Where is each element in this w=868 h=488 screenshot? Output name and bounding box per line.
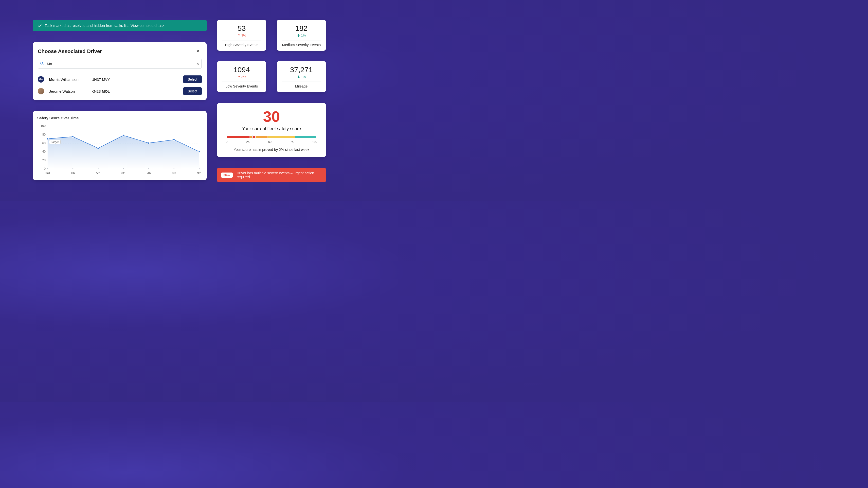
tile-value: 37,271 xyxy=(281,66,322,74)
chart-area: 0204060801003rd4th5th6th7th8th9th xyxy=(37,125,202,176)
tile-delta: 1% xyxy=(281,75,322,78)
stat-tile: 37,2711%Mileage xyxy=(277,61,326,92)
safety-score-value: 30 xyxy=(224,109,319,124)
svg-point-10 xyxy=(47,168,48,169)
svg-point-24 xyxy=(173,139,175,140)
svg-point-21 xyxy=(148,142,149,144)
stat-tile: 1821%Medium Severity Events xyxy=(277,20,326,51)
arrow-up-icon xyxy=(237,34,241,37)
close-button[interactable]: ✕ xyxy=(194,47,202,55)
stat-tile: 533%High Severity Events xyxy=(217,20,266,51)
safety-score-subtitle: Your current fleet safety score xyxy=(224,126,319,131)
success-banner: Task marked as resolved and hidden from … xyxy=(33,20,207,31)
tile-label: High Severity Events xyxy=(221,43,262,47)
gauge-tick: 25 xyxy=(246,140,249,144)
gauge-segment-teal xyxy=(295,136,316,138)
svg-text:5th: 5th xyxy=(96,171,100,175)
svg-text:9th: 9th xyxy=(197,171,202,175)
safety-chart-card: Safety Score Over Time 0204060801003rd4t… xyxy=(33,111,207,180)
gauge-segment-yellow xyxy=(268,136,295,138)
score-gauge xyxy=(227,136,316,138)
divider xyxy=(282,82,321,82)
divider xyxy=(222,82,261,82)
search-icon xyxy=(40,62,44,66)
clear-search-button[interactable]: ✕ xyxy=(196,62,199,66)
avatar xyxy=(38,88,44,94)
choose-driver-title: Choose Associated Driver xyxy=(38,48,102,54)
stat-tile: 10948%Low Severity Events xyxy=(217,61,266,92)
arrow-down-icon xyxy=(297,75,300,78)
tile-value: 182 xyxy=(281,24,322,33)
tile-label: Medium Severity Events xyxy=(281,43,322,47)
safety-score-card: 30 Your current fleet safety score 02550… xyxy=(217,103,326,157)
driver-plate: KN23 MOL xyxy=(92,89,180,93)
svg-point-28 xyxy=(199,168,200,169)
gauge-tick-labels: 0255075100 xyxy=(226,140,317,144)
stat-tiles-grid: 533%High Severity Events1821%Medium Seve… xyxy=(217,20,326,92)
driver-plate: UH37 MVY xyxy=(92,77,180,82)
avatar: MW xyxy=(38,76,44,83)
chart-title: Safety Score Over Time xyxy=(37,116,202,120)
check-icon xyxy=(38,24,42,28)
svg-point-15 xyxy=(97,148,99,149)
select-driver-button[interactable]: Select xyxy=(183,75,202,83)
alert-text: Driver has multiple severe events – urge… xyxy=(237,171,322,179)
driver-row: MW Morris Williamson UH37 MVY Select xyxy=(38,75,202,83)
svg-point-27 xyxy=(198,151,200,153)
tile-delta: 8% xyxy=(221,75,262,78)
svg-text:4th: 4th xyxy=(71,171,75,175)
arrow-up-icon xyxy=(237,75,241,78)
tile-label: Mileage xyxy=(281,84,322,88)
svg-text:7th: 7th xyxy=(147,171,151,175)
svg-text:0: 0 xyxy=(44,167,45,170)
svg-text:100: 100 xyxy=(41,125,45,128)
tile-delta: 1% xyxy=(281,34,322,37)
svg-line-1 xyxy=(43,64,44,65)
gauge-segment-red xyxy=(227,136,250,138)
arrow-down-icon xyxy=(297,34,300,37)
tile-value: 53 xyxy=(221,24,262,33)
score-note: Your score has improved by 2% since last… xyxy=(224,148,319,152)
svg-text:80: 80 xyxy=(42,133,46,136)
driver-name: Morris Williamson xyxy=(49,77,89,82)
svg-point-25 xyxy=(174,168,175,169)
driver-name: Jerome Watson xyxy=(49,89,89,93)
svg-point-19 xyxy=(123,168,124,169)
svg-point-12 xyxy=(72,136,74,137)
svg-text:6th: 6th xyxy=(121,171,125,175)
choose-driver-card: Choose Associated Driver ✕ ✕ MW Morris W… xyxy=(33,42,207,100)
gauge-thumb xyxy=(252,135,256,139)
alert-badge: New xyxy=(221,172,233,178)
target-label-badge: Target xyxy=(49,140,61,144)
svg-text:20: 20 xyxy=(42,159,46,162)
gauge-tick: 50 xyxy=(268,140,272,144)
gauge-tick: 0 xyxy=(226,140,227,144)
driver-row: Jerome Watson KN23 MOL Select xyxy=(38,87,202,95)
gauge-tick: 100 xyxy=(312,140,317,144)
divider xyxy=(222,40,261,40)
svg-text:8th: 8th xyxy=(172,171,176,175)
tile-label: Low Severity Events xyxy=(221,84,262,88)
tile-value: 1094 xyxy=(221,66,262,74)
svg-point-9 xyxy=(46,138,48,140)
close-icon: ✕ xyxy=(196,62,199,66)
svg-text:60: 60 xyxy=(42,141,46,145)
close-icon: ✕ xyxy=(196,49,200,54)
view-completed-link[interactable]: View completed task xyxy=(131,24,164,28)
banner-text: Task marked as resolved and hidden from … xyxy=(44,24,131,28)
select-driver-button[interactable]: Select xyxy=(183,87,202,95)
svg-point-16 xyxy=(98,168,99,169)
svg-point-22 xyxy=(148,168,149,169)
svg-point-18 xyxy=(123,135,124,136)
driver-search-input[interactable] xyxy=(38,59,202,68)
urgent-alert-banner: New Driver has multiple severe events – … xyxy=(217,168,326,182)
svg-text:40: 40 xyxy=(42,150,46,153)
svg-text:3rd: 3rd xyxy=(45,171,50,175)
tile-delta: 3% xyxy=(221,34,262,37)
gauge-tick: 75 xyxy=(290,140,293,144)
divider xyxy=(282,40,321,40)
svg-point-13 xyxy=(72,168,73,169)
